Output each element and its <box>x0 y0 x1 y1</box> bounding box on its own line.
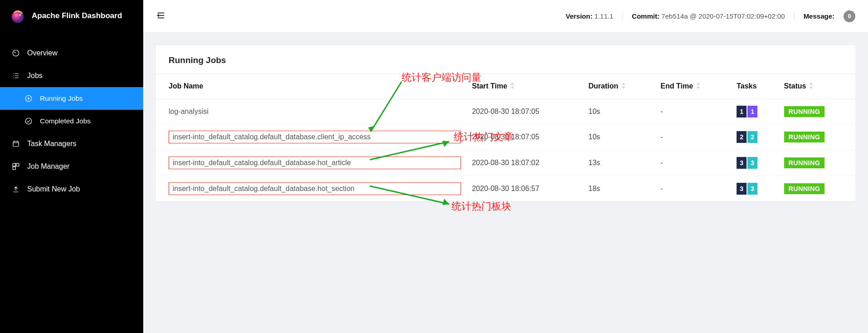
arrow-icon <box>365 182 456 211</box>
card-title: Running Jobs <box>156 45 855 74</box>
cell-tasks: 22 <box>731 124 778 150</box>
arrow-icon <box>365 137 456 166</box>
col-start-time[interactable]: Start Time <box>466 74 583 99</box>
sidebar-item-task-managers[interactable]: Task Managers <box>0 132 143 155</box>
divider <box>794 12 795 21</box>
cell-end-time: - <box>655 176 731 201</box>
running-jobs-card: Running Jobs Job Name Start Time Duratio… <box>156 45 855 201</box>
sort-icon <box>696 83 701 91</box>
commit-info: Commit: 7eb514a @ 2020-07-15T07:02:09+02… <box>632 12 785 20</box>
message-count-badge[interactable]: 0 <box>844 10 855 22</box>
nav: Overview Jobs Running Jobs Completed Job… <box>0 32 143 201</box>
sort-icon <box>510 83 515 91</box>
col-status[interactable]: Status <box>779 74 856 99</box>
annotation-client-ip: 统计客户端访问量 <box>402 71 481 84</box>
cell-status: RUNNING <box>779 150 856 176</box>
chevron-up-icon <box>125 72 131 80</box>
message-info: Message: <box>804 12 834 20</box>
cell-end-time: - <box>655 124 731 150</box>
bars-icon <box>12 72 20 80</box>
cell-tasks: 33 <box>731 150 778 176</box>
cell-status: RUNNING <box>779 124 856 150</box>
play-circle-icon <box>24 94 33 103</box>
divider <box>622 12 623 21</box>
cell-end-time: - <box>655 99 731 124</box>
arrow-icon <box>365 78 406 139</box>
sidebar-item-completed-jobs[interactable]: Completed Jobs <box>0 110 143 132</box>
cell-start-time: 2020-08-30 18:07:05 <box>466 99 583 124</box>
topbar: Version: 1.11.1 Commit: 7eb514a @ 2020-0… <box>143 0 868 33</box>
cell-status: RUNNING <box>779 99 856 124</box>
sidebar-item-overview[interactable]: Overview <box>0 42 143 64</box>
check-circle-icon <box>24 117 33 125</box>
sidebar-item-label: Submit New Job <box>27 185 80 193</box>
cell-tasks: 11 <box>731 99 778 124</box>
svg-point-2 <box>20 15 21 15</box>
sort-icon <box>621 83 626 91</box>
cell-tasks: 33 <box>731 176 778 201</box>
svg-rect-6 <box>13 142 19 147</box>
table-row[interactable]: log-analysisi2020-08-30 18:07:0510s-11RU… <box>156 99 855 124</box>
upload-icon <box>12 185 20 193</box>
svg-rect-8 <box>16 163 19 166</box>
cell-duration: 10s <box>583 124 655 150</box>
cell-duration: 10s <box>583 99 655 124</box>
sidebar-item-jobs[interactable]: Jobs <box>0 64 143 87</box>
sidebar-item-job-manager[interactable]: Job Manager <box>0 155 143 178</box>
svg-marker-13 <box>442 141 449 147</box>
sidebar-item-label: Running Jobs <box>40 94 83 103</box>
sidebar-item-submit-new-job[interactable]: Submit New Job <box>0 178 143 201</box>
collapse-sidebar-icon[interactable] <box>156 10 166 22</box>
sidebar: Apache Flink Dashboard Overview Jobs Run… <box>0 0 143 333</box>
cell-duration: 18s <box>583 176 655 201</box>
sidebar-item-label: Completed Jobs <box>40 117 91 125</box>
cell-start-time: 2020-08-30 18:06:57 <box>466 176 583 201</box>
brand: Apache Flink Dashboard <box>0 0 143 32</box>
table-row[interactable]: insert-into_default_catalog.default_data… <box>156 176 855 201</box>
sidebar-item-label: Overview <box>27 49 58 57</box>
svg-point-5 <box>25 118 32 124</box>
svg-rect-9 <box>13 167 15 170</box>
svg-line-12 <box>370 142 449 160</box>
main: Version: 1.11.1 Commit: 7eb514a @ 2020-0… <box>143 0 868 333</box>
dashboard-icon <box>12 49 20 57</box>
col-end-time[interactable]: End Time <box>655 74 731 99</box>
sidebar-item-running-jobs[interactable]: Running Jobs <box>0 87 143 110</box>
svg-marker-15 <box>442 199 449 205</box>
build-icon <box>12 162 20 171</box>
sidebar-item-label: Task Managers <box>27 140 77 148</box>
cell-start-time: 2020-08-30 18:07:02 <box>466 150 583 176</box>
sort-icon <box>809 83 814 91</box>
version-info: Version: 1.11.1 <box>566 12 613 20</box>
sidebar-item-label: Job Manager <box>27 162 69 171</box>
table-row[interactable]: insert-into_default_catalog.default_data… <box>156 150 855 176</box>
svg-line-10 <box>371 82 402 132</box>
annotation-hot-section: 统计热门板块 <box>451 200 511 213</box>
col-tasks[interactable]: Tasks <box>731 74 778 99</box>
svg-rect-7 <box>13 163 15 166</box>
cell-status: RUNNING <box>779 176 856 201</box>
cell-duration: 13s <box>583 150 655 176</box>
sidebar-item-label: Jobs <box>27 72 43 80</box>
schedule-icon <box>12 140 20 148</box>
cell-end-time: - <box>655 150 731 176</box>
annotation-hot-article: 统计热门文章 <box>454 130 514 144</box>
cell-job-name: log-analysisi <box>156 99 466 124</box>
svg-line-14 <box>370 186 449 204</box>
col-duration[interactable]: Duration <box>583 74 655 99</box>
flink-logo-icon <box>10 8 25 24</box>
brand-title: Apache Flink Dashboard <box>32 11 122 20</box>
